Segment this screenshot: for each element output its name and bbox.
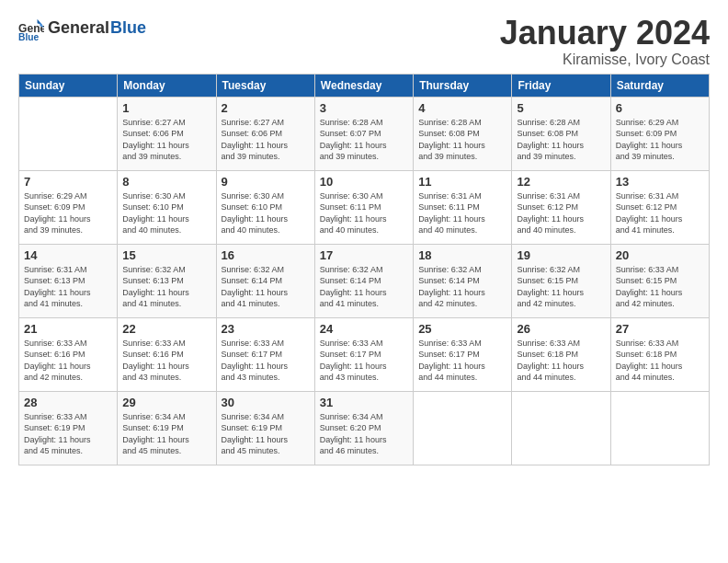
calendar-cell <box>512 391 610 465</box>
calendar-cell: 19Sunrise: 6:32 AM Sunset: 6:15 PM Dayli… <box>512 244 610 317</box>
day-number: 29 <box>122 396 210 409</box>
day-number: 28 <box>24 396 112 409</box>
day-info: Sunrise: 6:27 AM Sunset: 6:06 PM Dayligh… <box>222 117 310 163</box>
calendar-page: General Blue GeneralBlue January 2024 Ki… <box>0 0 728 563</box>
day-number: 20 <box>616 248 704 262</box>
logo-icon: General Blue <box>18 15 44 40</box>
day-number: 30 <box>222 396 310 409</box>
day-number: 22 <box>122 322 210 336</box>
calendar-week-row: 7Sunrise: 6:29 AM Sunset: 6:09 PM Daylig… <box>19 170 710 244</box>
header-sunday: Sunday <box>19 74 118 97</box>
svg-text:Blue: Blue <box>18 32 40 40</box>
calendar-cell: 31Sunrise: 6:34 AM Sunset: 6:20 PM Dayli… <box>314 391 413 465</box>
day-info: Sunrise: 6:33 AM Sunset: 6:18 PM Dayligh… <box>517 338 605 384</box>
day-number: 12 <box>517 175 605 189</box>
day-info: Sunrise: 6:33 AM Sunset: 6:19 PM Dayligh… <box>24 411 112 457</box>
day-info: Sunrise: 6:31 AM Sunset: 6:12 PM Dayligh… <box>517 190 605 236</box>
calendar-cell: 1Sunrise: 6:27 AM Sunset: 6:06 PM Daylig… <box>118 97 216 170</box>
day-number: 5 <box>517 101 605 115</box>
calendar-cell: 14Sunrise: 6:31 AM Sunset: 6:13 PM Dayli… <box>19 244 118 317</box>
day-number: 4 <box>418 101 506 115</box>
day-info: Sunrise: 6:33 AM Sunset: 6:17 PM Dayligh… <box>418 338 506 384</box>
header-thursday: Thursday <box>414 74 512 97</box>
weekday-header-row: Sunday Monday Tuesday Wednesday Thursday… <box>19 74 710 97</box>
day-number: 14 <box>24 248 112 262</box>
calendar-cell: 11Sunrise: 6:31 AM Sunset: 6:11 PM Dayli… <box>414 170 512 244</box>
day-number: 15 <box>122 248 210 262</box>
calendar-cell: 18Sunrise: 6:32 AM Sunset: 6:14 PM Dayli… <box>414 244 512 317</box>
day-number: 18 <box>418 248 506 262</box>
calendar-cell: 28Sunrise: 6:33 AM Sunset: 6:19 PM Dayli… <box>19 391 118 465</box>
calendar-week-row: 14Sunrise: 6:31 AM Sunset: 6:13 PM Dayli… <box>19 244 710 317</box>
calendar-cell: 16Sunrise: 6:32 AM Sunset: 6:14 PM Dayli… <box>216 244 314 317</box>
day-number: 21 <box>24 322 112 336</box>
calendar-week-row: 1Sunrise: 6:27 AM Sunset: 6:06 PM Daylig… <box>19 97 710 170</box>
day-info: Sunrise: 6:34 AM Sunset: 6:19 PM Dayligh… <box>222 411 310 457</box>
day-info: Sunrise: 6:33 AM Sunset: 6:16 PM Dayligh… <box>24 338 112 384</box>
calendar-cell: 24Sunrise: 6:33 AM Sunset: 6:17 PM Dayli… <box>314 317 413 391</box>
calendar-cell: 12Sunrise: 6:31 AM Sunset: 6:12 PM Dayli… <box>512 170 610 244</box>
month-title: January 2024 <box>500 15 710 52</box>
header-monday: Monday <box>118 74 216 97</box>
day-info: Sunrise: 6:31 AM Sunset: 6:12 PM Dayligh… <box>616 190 704 236</box>
day-info: Sunrise: 6:32 AM Sunset: 6:14 PM Dayligh… <box>320 264 408 310</box>
calendar-cell: 26Sunrise: 6:33 AM Sunset: 6:18 PM Dayli… <box>512 317 610 391</box>
day-info: Sunrise: 6:32 AM Sunset: 6:15 PM Dayligh… <box>517 264 605 310</box>
logo: General Blue GeneralBlue <box>18 15 146 40</box>
day-info: Sunrise: 6:30 AM Sunset: 6:10 PM Dayligh… <box>122 190 210 236</box>
day-info: Sunrise: 6:29 AM Sunset: 6:09 PM Dayligh… <box>616 117 704 163</box>
calendar-table: Sunday Monday Tuesday Wednesday Thursday… <box>18 74 710 465</box>
day-number: 7 <box>24 175 112 189</box>
calendar-cell: 17Sunrise: 6:32 AM Sunset: 6:14 PM Dayli… <box>314 244 413 317</box>
day-info: Sunrise: 6:29 AM Sunset: 6:09 PM Dayligh… <box>24 190 112 236</box>
day-info: Sunrise: 6:28 AM Sunset: 6:07 PM Dayligh… <box>320 117 408 163</box>
header-saturday: Saturday <box>610 74 709 97</box>
calendar-cell: 23Sunrise: 6:33 AM Sunset: 6:17 PM Dayli… <box>216 317 314 391</box>
calendar-cell <box>610 391 709 465</box>
location-title: Kiramisse, Ivory Coast <box>500 52 710 68</box>
day-info: Sunrise: 6:32 AM Sunset: 6:14 PM Dayligh… <box>418 264 506 310</box>
calendar-cell: 3Sunrise: 6:28 AM Sunset: 6:07 PM Daylig… <box>314 97 413 170</box>
day-number: 6 <box>616 101 704 115</box>
day-number: 17 <box>320 248 408 262</box>
day-number: 13 <box>616 175 704 189</box>
day-number: 11 <box>418 175 506 189</box>
day-info: Sunrise: 6:31 AM Sunset: 6:13 PM Dayligh… <box>24 264 112 310</box>
day-number: 16 <box>222 248 310 262</box>
day-info: Sunrise: 6:30 AM Sunset: 6:11 PM Dayligh… <box>320 190 408 236</box>
calendar-cell: 9Sunrise: 6:30 AM Sunset: 6:10 PM Daylig… <box>216 170 314 244</box>
day-info: Sunrise: 6:30 AM Sunset: 6:10 PM Dayligh… <box>222 190 310 236</box>
day-number: 3 <box>320 101 408 115</box>
calendar-cell: 10Sunrise: 6:30 AM Sunset: 6:11 PM Dayli… <box>314 170 413 244</box>
day-info: Sunrise: 6:33 AM Sunset: 6:18 PM Dayligh… <box>616 338 704 384</box>
day-info: Sunrise: 6:32 AM Sunset: 6:14 PM Dayligh… <box>222 264 310 310</box>
day-info: Sunrise: 6:34 AM Sunset: 6:19 PM Dayligh… <box>122 411 210 457</box>
day-info: Sunrise: 6:28 AM Sunset: 6:08 PM Dayligh… <box>418 117 506 163</box>
calendar-cell: 30Sunrise: 6:34 AM Sunset: 6:19 PM Dayli… <box>216 391 314 465</box>
calendar-cell: 13Sunrise: 6:31 AM Sunset: 6:12 PM Dayli… <box>610 170 709 244</box>
day-number: 27 <box>616 322 704 336</box>
day-number: 25 <box>418 322 506 336</box>
calendar-cell: 29Sunrise: 6:34 AM Sunset: 6:19 PM Dayli… <box>118 391 216 465</box>
calendar-cell: 8Sunrise: 6:30 AM Sunset: 6:10 PM Daylig… <box>118 170 216 244</box>
day-number: 24 <box>320 322 408 336</box>
calendar-cell <box>19 97 118 170</box>
day-number: 9 <box>222 175 310 189</box>
day-number: 1 <box>122 101 210 115</box>
day-info: Sunrise: 6:31 AM Sunset: 6:11 PM Dayligh… <box>418 190 506 236</box>
day-info: Sunrise: 6:32 AM Sunset: 6:13 PM Dayligh… <box>122 264 210 310</box>
calendar-week-row: 28Sunrise: 6:33 AM Sunset: 6:19 PM Dayli… <box>19 391 710 465</box>
day-number: 2 <box>222 101 310 115</box>
title-block: January 2024 Kiramisse, Ivory Coast <box>500 15 710 68</box>
calendar-cell: 21Sunrise: 6:33 AM Sunset: 6:16 PM Dayli… <box>19 317 118 391</box>
day-info: Sunrise: 6:33 AM Sunset: 6:17 PM Dayligh… <box>222 338 310 384</box>
day-number: 31 <box>320 396 408 409</box>
calendar-cell: 27Sunrise: 6:33 AM Sunset: 6:18 PM Dayli… <box>610 317 709 391</box>
day-number: 8 <box>122 175 210 189</box>
logo-general-text: General <box>48 18 109 38</box>
day-number: 26 <box>517 322 605 336</box>
calendar-cell: 25Sunrise: 6:33 AM Sunset: 6:17 PM Dayli… <box>414 317 512 391</box>
calendar-cell: 5Sunrise: 6:28 AM Sunset: 6:08 PM Daylig… <box>512 97 610 170</box>
calendar-cell <box>414 391 512 465</box>
day-info: Sunrise: 6:28 AM Sunset: 6:08 PM Dayligh… <box>517 117 605 163</box>
